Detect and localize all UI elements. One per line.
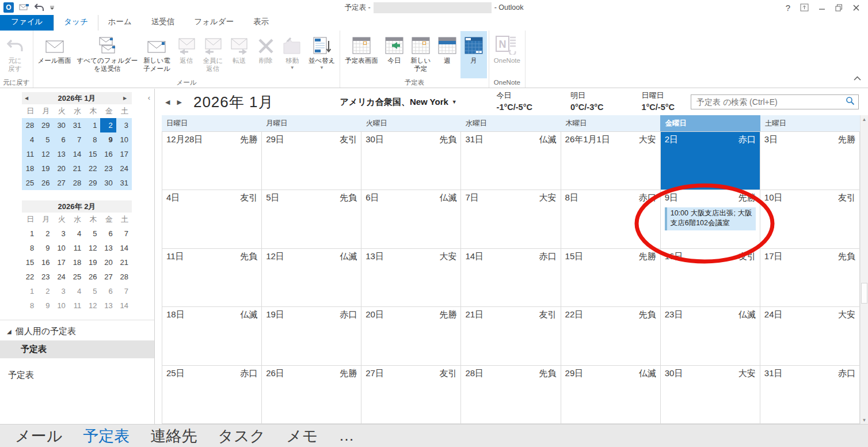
mini-day-cell[interactable]: 2 [37,226,53,241]
tab-ホーム[interactable]: ホーム [98,14,142,31]
day-cell-19日[interactable]: 19日赤口 [262,307,361,365]
mini-day-cell[interactable]: 30 [100,176,116,190]
mini-day-cell[interactable]: 9 [37,241,53,255]
mini-day-cell[interactable]: 12 [85,241,100,255]
previous-month-icon[interactable]: ◀ [165,99,170,106]
day-cell-25日[interactable]: 25日赤口 [162,366,262,424]
day-cell-21日[interactable]: 21日友引 [461,307,561,365]
mini-day-cell[interactable]: 1 [22,226,37,241]
mini-day-cell[interactable]: 15 [22,255,37,270]
nav-item-タスク[interactable]: タスク [218,426,265,446]
mini-day-cell[interactable]: 28 [69,176,85,190]
mini-day-cell[interactable]: 16 [100,147,116,161]
mini-day-cell[interactable]: 18 [22,161,37,176]
nav-item-メール[interactable]: メール [15,426,62,446]
day-cell-18日[interactable]: 18日仏滅 [162,307,262,365]
day-cell-20日[interactable]: 20日先勝 [361,307,461,365]
mini-day-cell[interactable]: 22 [85,161,100,176]
arrange-button[interactable]: 並べ替え▼ [306,31,338,78]
chevron-left-icon[interactable]: ‹ [148,93,150,102]
mini-day-cell[interactable]: 27 [54,176,69,190]
mini-day-cell[interactable]: 14 [69,147,85,161]
day-cell-17日[interactable]: 17日先負 [760,249,860,307]
qat-dropdown-icon[interactable] [50,5,55,10]
mini-day-cell[interactable]: 24 [116,161,132,176]
mini-day-cell[interactable]: 11 [69,241,85,255]
day-cell-9日[interactable]: 9日先勝10:00 大阪支店出張; 大阪支店6階102会議室 [661,190,760,248]
mini-day-cell[interactable]: 23 [37,270,53,284]
day-cell-23日[interactable]: 23日仏滅 [661,307,760,365]
send-receive-icon[interactable] [19,3,29,12]
mini-day-cell[interactable]: 31 [116,176,132,190]
mini-day-cell[interactable]: 10 [116,132,132,147]
mini-day-cell[interactable]: 17 [54,255,69,270]
close-icon[interactable] [852,4,860,12]
day-cell-31日[interactable]: 31日赤口 [760,366,860,424]
day-cell-29日[interactable]: 29日仏滅 [561,366,661,424]
mini-day-cell[interactable]: 16 [37,255,53,270]
mini-day-cell[interactable]: 7 [116,226,132,241]
mini-day-cell[interactable]: 6 [100,226,116,241]
weather-location[interactable]: アメリカ合衆国、New York ▼ [340,97,456,108]
calendar-week-button[interactable]: 週 [434,31,460,78]
mini-day-cell[interactable]: 11 [69,298,85,313]
nav-item-予定表[interactable]: 予定表 [83,426,130,446]
mini-day-cell[interactable]: 15 [85,147,100,161]
vertical-scrollbar[interactable]: ▲ ▼ [860,115,868,424]
mini-day-cell[interactable]: 14 [116,241,132,255]
mini-day-cell[interactable]: 5 [85,284,100,298]
mini-day-cell[interactable]: 3 [116,118,132,132]
mini-day-cell[interactable]: 28 [116,270,132,284]
mini-day-cell[interactable]: 2 [100,118,116,132]
help-icon[interactable]: ? [786,3,790,13]
mini-day-cell[interactable]: 10 [54,241,69,255]
day-cell-22日[interactable]: 22日先負 [561,307,661,365]
tab-ファイル[interactable]: ファイル [0,14,54,31]
mini-day-cell[interactable]: 4 [69,284,85,298]
mini-day-cell[interactable]: 4 [69,226,85,241]
mini-day-cell[interactable]: 11 [22,147,37,161]
mini-day-cell[interactable]: 31 [69,118,85,132]
nav-item-メモ[interactable]: メモ [286,426,318,446]
nav-item-…[interactable]: … [338,427,354,445]
send-receive-button[interactable]: すべてのフォルダー を送受信 [74,31,141,78]
mini-day-cell[interactable]: 23 [100,161,116,176]
day-cell-15日[interactable]: 15日先勝 [561,249,661,307]
mini-prev-month-icon[interactable]: ◀ [25,96,31,101]
day-cell-11日[interactable]: 11日先負 [162,249,262,307]
day-cell-12月28日[interactable]: 12月28日先勝 [162,132,262,190]
mini-day-cell[interactable]: 19 [37,161,53,176]
mini-day-cell[interactable]: 8 [22,298,37,313]
mini-day-cell[interactable]: 7 [69,132,85,147]
scroll-up-icon[interactable]: ▲ [861,115,868,123]
mini-day-cell[interactable]: 25 [69,270,85,284]
tree-expand-icon[interactable]: ◢ [7,328,12,335]
mini-day-cell[interactable]: 20 [54,161,69,176]
nav-item-連絡先[interactable]: 連絡先 [150,426,197,446]
scrollbar-thumb[interactable] [861,283,867,304]
day-cell-30日[interactable]: 30日先負 [361,132,461,190]
mini-day-cell[interactable]: 7 [116,284,132,298]
mini-day-cell[interactable]: 21 [116,255,132,270]
day-cell-14日[interactable]: 14日赤口 [461,249,561,307]
day-cell-2日[interactable]: 2日赤口 [661,132,760,190]
mini-day-cell[interactable]: 8 [85,132,100,147]
day-cell-30日[interactable]: 30日大安 [661,366,760,424]
day-cell-28日[interactable]: 28日先負 [461,366,561,424]
calendar-month-button[interactable]: 月 [460,31,487,78]
tab-タッチ[interactable]: タッチ [54,13,98,31]
mini-day-cell[interactable]: 21 [69,161,85,176]
mini-day-cell[interactable]: 13 [100,241,116,255]
day-cell-29日[interactable]: 29日友引 [262,132,361,190]
mini-day-cell[interactable]: 14 [116,298,132,313]
mini-day-cell[interactable]: 12 [85,298,100,313]
mini-day-cell[interactable]: 5 [37,132,53,147]
mini-day-cell[interactable]: 19 [85,255,100,270]
search-icon[interactable] [846,96,855,108]
mini-day-cell[interactable]: 26 [37,176,53,190]
mini-day-cell[interactable]: 29 [85,176,100,190]
undo-icon[interactable] [35,3,44,12]
day-cell-24日[interactable]: 24日大安 [760,307,860,365]
restore-icon[interactable] [835,4,843,12]
mini-day-cell[interactable]: 28 [22,118,37,132]
